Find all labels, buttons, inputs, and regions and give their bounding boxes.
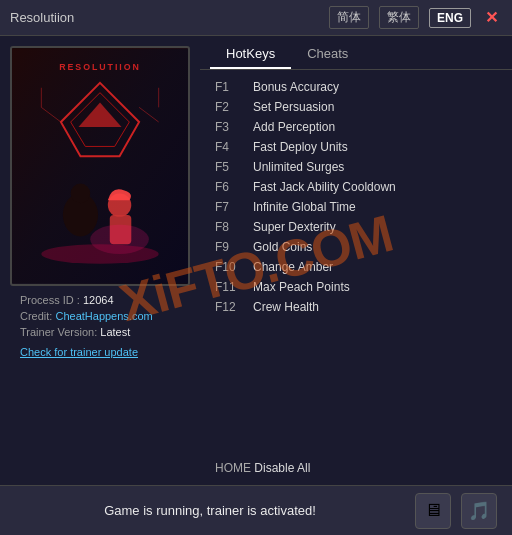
hotkey-f3[interactable]: F3 Add Perception <box>215 120 497 134</box>
lang-simplified[interactable]: 简体 <box>329 6 369 29</box>
hotkey-f2-key: F2 <box>215 100 253 114</box>
right-panel: HotKeys Cheats F1 Bonus Accuracy F2 Set … <box>200 36 512 485</box>
music-icon[interactable]: 🎵 <box>461 493 497 529</box>
hotkey-f4-key: F4 <box>215 140 253 154</box>
hotkey-f12-desc: Crew Health <box>253 300 319 314</box>
hotkey-f4[interactable]: F4 Fast Deploy Units <box>215 140 497 154</box>
tab-hotkeys[interactable]: HotKeys <box>210 40 291 69</box>
title-bar: Resolutiion 简体 繁体 ENG ✕ <box>0 0 512 36</box>
hotkey-f9-desc: Gold Coins <box>253 240 312 254</box>
hotkey-f2[interactable]: F2 Set Persuasion <box>215 100 497 114</box>
process-id-label: Process ID : <box>20 294 80 306</box>
status-message: Game is running, trainer is activated! <box>15 503 405 518</box>
hotkey-f8-key: F8 <box>215 220 253 234</box>
hotkey-f7-key: F7 <box>215 200 253 214</box>
hotkey-f5-desc: Unlimited Surges <box>253 160 344 174</box>
credit-value: CheatHappens.com <box>55 310 152 322</box>
update-link-line: Check for trainer update <box>20 342 180 360</box>
home-key: HOME <box>215 461 251 475</box>
home-action[interactable]: HOME Disable All <box>200 455 512 485</box>
home-desc: Disable All <box>254 461 310 475</box>
hotkey-f11-desc: Max Peach Points <box>253 280 350 294</box>
hotkey-f6[interactable]: F6 Fast Jack Ability Cooldown <box>215 180 497 194</box>
credit-label: Credit: <box>20 310 52 322</box>
hotkey-f1[interactable]: F1 Bonus Accuracy <box>215 80 497 94</box>
trainer-version-line: Trainer Version: Latest <box>20 326 180 338</box>
left-panel: RESOLUTIION <box>0 36 200 485</box>
close-button[interactable]: ✕ <box>481 8 502 27</box>
hotkey-f9-key: F9 <box>215 240 253 254</box>
hotkey-f6-desc: Fast Jack Ability Cooldown <box>253 180 396 194</box>
game-cover: RESOLUTIION <box>10 46 190 286</box>
hotkey-f1-desc: Bonus Accuracy <box>253 80 339 94</box>
hotkey-f10[interactable]: F10 Change Amber <box>215 260 497 274</box>
hotkey-f10-desc: Change Amber <box>253 260 333 274</box>
hotkey-f5-key: F5 <box>215 160 253 174</box>
hotkey-f3-desc: Add Perception <box>253 120 335 134</box>
trainer-version-value: Latest <box>100 326 130 338</box>
hotkey-f12[interactable]: F12 Crew Health <box>215 300 497 314</box>
app-title: Resolutiion <box>10 10 319 25</box>
hotkey-f8[interactable]: F8 Super Dexterity <box>215 220 497 234</box>
hotkey-f8-desc: Super Dexterity <box>253 220 336 234</box>
hotkey-f7[interactable]: F7 Infinite Global Time <box>215 200 497 214</box>
monitor-icon[interactable]: 🖥 <box>415 493 451 529</box>
hotkey-f5[interactable]: F5 Unlimited Surges <box>215 160 497 174</box>
tab-cheats[interactable]: Cheats <box>291 40 364 69</box>
main-content: RESOLUTIION <box>0 36 512 485</box>
hotkey-f10-key: F10 <box>215 260 253 274</box>
monitor-icon-symbol: 🖥 <box>424 500 442 521</box>
process-id-value: 12064 <box>83 294 114 306</box>
info-section: Process ID : 12064 Credit: CheatHappens.… <box>10 286 190 360</box>
music-icon-symbol: 🎵 <box>468 500 490 522</box>
hotkey-f6-key: F6 <box>215 180 253 194</box>
svg-point-11 <box>71 184 91 204</box>
hotkey-f3-key: F3 <box>215 120 253 134</box>
credit-line: Credit: CheatHappens.com <box>20 310 180 322</box>
hotkey-f2-desc: Set Persuasion <box>253 100 334 114</box>
status-bar: Game is running, trainer is activated! 🖥… <box>0 485 512 535</box>
hotkey-f11[interactable]: F11 Max Peach Points <box>215 280 497 294</box>
hotkey-f12-key: F12 <box>215 300 253 314</box>
process-id-line: Process ID : 12064 <box>20 294 180 306</box>
tabs-container: HotKeys Cheats <box>200 40 512 70</box>
svg-point-15 <box>41 244 158 264</box>
hotkey-f7-desc: Infinite Global Time <box>253 200 356 214</box>
lang-traditional[interactable]: 繁体 <box>379 6 419 29</box>
lang-english[interactable]: ENG <box>429 8 471 28</box>
update-link[interactable]: Check for trainer update <box>20 346 138 358</box>
svg-text:RESOLUTIION: RESOLUTIION <box>59 62 141 72</box>
hotkey-f1-key: F1 <box>215 80 253 94</box>
hotkeys-list: F1 Bonus Accuracy F2 Set Persuasion F3 A… <box>200 70 512 455</box>
hotkey-f11-key: F11 <box>215 280 253 294</box>
hotkey-f4-desc: Fast Deploy Units <box>253 140 348 154</box>
hotkey-f9[interactable]: F9 Gold Coins <box>215 240 497 254</box>
trainer-version-label: Trainer Version: <box>20 326 97 338</box>
